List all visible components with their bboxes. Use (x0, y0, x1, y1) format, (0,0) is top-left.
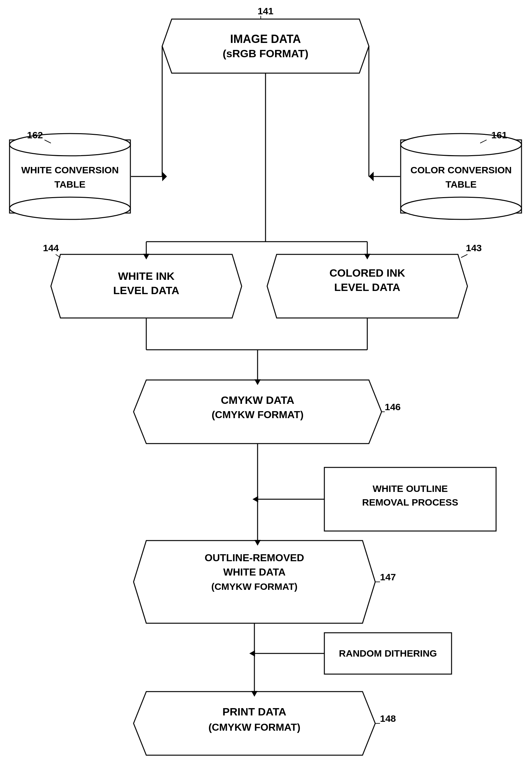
white-ink-level-data-node: WHITE INK LEVEL DATA 144 (43, 243, 242, 318)
colored-ink-label2: LEVEL DATA (334, 281, 400, 293)
white-conversion-table-node: WHITE CONVERSION TABLE 162 (10, 130, 130, 220)
white-conversion-table-label2: TABLE (54, 179, 86, 189)
outline-removed-label1: OUTLINE-REMOVED (205, 552, 304, 563)
print-data-node: PRINT DATA (CMYKW FORMAT) 148 (134, 692, 396, 755)
colored-ink-label1: COLORED INK (329, 267, 405, 279)
color-conversion-table-label1: COLOR CONVERSION (411, 165, 512, 175)
ref-143: 143 (466, 243, 482, 253)
print-data-label2: (CMYKW FORMAT) (208, 721, 300, 733)
color-conversion-table-node: COLOR CONVERSION TABLE 161 (401, 130, 521, 220)
svg-point-5 (10, 197, 130, 220)
colored-ink-level-data-node: COLORED INK LEVEL DATA 143 (267, 243, 482, 318)
ref-162: 162 (27, 130, 43, 140)
svg-marker-1 (162, 19, 369, 73)
random-dithering-node: RANDOM DITHERING (324, 633, 452, 674)
cmykw-data-node: CMYKW DATA (CMYKW FORMAT) 146 (134, 380, 401, 444)
ref-146: 146 (385, 402, 401, 412)
white-ink-label1: WHITE INK (118, 270, 175, 282)
cmykw-data-label1: CMYKW DATA (221, 394, 294, 406)
image-data-label: IMAGE DATA (230, 32, 301, 46)
color-conversion-table-label2: TABLE (445, 179, 477, 189)
outline-removed-label3: (CMYKW FORMAT) (211, 581, 297, 592)
outline-removal-label2: REMOVAL PROCESS (362, 497, 458, 507)
white-conversion-table-label1: WHITE CONVERSION (21, 165, 119, 175)
outline-removal-label1: WHITE OUTLINE (373, 483, 448, 494)
cmykw-data-label2: (CMYKW FORMAT) (212, 409, 304, 420)
image-data-sublabel: (sRGB FORMAT) (223, 47, 308, 60)
white-ink-label2: LEVEL DATA (113, 284, 179, 296)
ref-161: 161 (491, 130, 507, 140)
ref-148: 148 (380, 713, 396, 724)
outline-removed-label2: WHITE DATA (223, 566, 286, 578)
ref-144: 144 (43, 243, 59, 253)
random-dithering-label: RANDOM DITHERING (339, 648, 437, 659)
outline-removed-white-data-node: OUTLINE-REMOVED WHITE DATA (CMYKW FORMAT… (134, 540, 396, 623)
svg-point-9 (401, 197, 521, 220)
ref-141: 141 (258, 6, 273, 16)
print-data-label1: PRINT DATA (223, 705, 287, 718)
ref-147: 147 (380, 572, 396, 582)
white-outline-removal-node: WHITE OUTLINE REMOVAL PROCESS (324, 467, 496, 531)
